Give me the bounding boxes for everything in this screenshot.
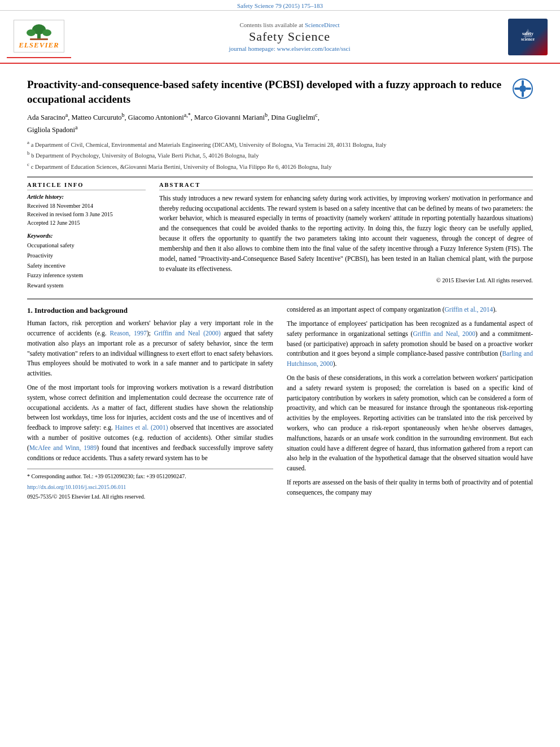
keywords-label: Keywords: <box>27 233 146 239</box>
griffin-neal-2000-link1[interactable]: Griffin and Neal (2000) <box>154 330 221 337</box>
doi-line[interactable]: http://dx.doi.org/10.1016/j.ssci.2015.06… <box>27 483 273 491</box>
affiliation-b: b b Department of Psychology, University… <box>27 150 533 160</box>
section1-para1: Human factors, risk perception and worke… <box>27 318 273 379</box>
crossmark-icon <box>513 78 533 99</box>
paper-title: Proactivity-and-consequence-based safety… <box>27 77 533 106</box>
journal-center-info: Contents lists available at ScienceDirec… <box>76 15 504 58</box>
affiliations-block: a a Department of Civil, Chemical, Envir… <box>27 139 533 171</box>
section1-para2: One of the most important tools for impr… <box>27 383 273 464</box>
footnote-area: * Corresponding author. Tel.: +39 051209… <box>27 469 273 501</box>
griffin-neal-2000-link2[interactable]: Griffin and Neal, 2000 <box>413 330 475 337</box>
section1-para6: If reports are assessed on the basis of … <box>287 478 533 498</box>
corresponding-author-note: * Corresponding author. Tel.: +39 051209… <box>27 472 273 480</box>
barling-hutchinson-link[interactable]: Barling and Hutchinson, 2000 <box>287 350 533 367</box>
elsevier-tree-icon <box>19 23 59 41</box>
affiliation-a: a a Department of Civil, Chemical, Envir… <box>27 139 533 149</box>
journal-homepage-url[interactable]: www.elsevier.com/locate/ssci <box>277 45 350 52</box>
svg-point-6 <box>519 85 526 92</box>
article-info-heading: Article Info <box>27 182 146 190</box>
keyword-1: Occupational safety <box>27 241 146 251</box>
keyword-5: Reward system <box>27 281 146 291</box>
journal-homepage-line: journal homepage: www.elsevier.com/locat… <box>229 45 351 52</box>
sciencedirect-link[interactable]: ScienceDirect <box>305 21 340 28</box>
journal-title: Safety Science <box>249 29 330 44</box>
received-date: Received 18 November 2014 <box>27 202 146 210</box>
elsevier-word: ELSEVIER <box>19 41 59 50</box>
contents-available-line: Contents lists available at ScienceDirec… <box>239 21 339 28</box>
article-info-abstract-section: Article Info Article history: Received 1… <box>27 177 533 291</box>
copyright-line: © 2015 Elsevier Ltd. All rights reserved… <box>159 277 533 283</box>
haines-2001-link[interactable]: Haines et al. (2001) <box>115 424 168 431</box>
left-column: Article Info Article history: Received 1… <box>27 182 146 291</box>
keyword-4: Fuzzy inference system <box>27 270 146 281</box>
abstract-column: Abstract This study introduces a new rew… <box>159 182 533 291</box>
section1-title: 1. Introduction and background <box>27 306 273 315</box>
section-divider <box>27 299 533 299</box>
reason-1997-link[interactable]: Reason, 1997 <box>110 330 147 337</box>
elsevier-logo-box: ELSEVIER <box>14 20 64 53</box>
keywords-block: Keywords: Occupational safety Proactivit… <box>27 233 146 291</box>
journal-ref-text: Safety Science 79 (2015) 175–183 <box>237 2 323 9</box>
received-revised-date: Received in revised form 3 June 2015 <box>27 210 146 219</box>
article-history-block: Article history: Received 18 November 20… <box>27 194 146 227</box>
body-left-column: 1. Introduction and background Human fac… <box>27 305 273 502</box>
svg-rect-8 <box>522 91 524 97</box>
section1-para3: considered as an important aspect of com… <box>287 305 533 315</box>
safety-science-badge: safetyscience <box>508 19 548 55</box>
affiliation-c: c c Department of Education Sciences, &G… <box>27 161 533 171</box>
journal-right-badge-area: safetyscience <box>508 15 553 58</box>
svg-rect-7 <box>522 80 524 86</box>
body-two-column: 1. Introduction and background Human fac… <box>27 305 533 502</box>
svg-rect-9 <box>514 88 520 90</box>
journal-reference-line: Safety Science 79 (2015) 175–183 <box>0 0 560 11</box>
mcafee-winn-link[interactable]: McAfee and Winn, 1989 <box>29 444 97 451</box>
keyword-3: Safety incentive <box>27 261 146 271</box>
authors-line: Ada Saracinoa, Matteo Curcurutob, Giacom… <box>27 111 533 136</box>
issn-line: 0925-7535/© 2015 Elsevier Ltd. All right… <box>27 492 273 501</box>
paper-body: Proactivity-and-consequence-based safety… <box>0 64 560 512</box>
svg-point-2 <box>27 29 36 36</box>
journal-header: ELSEVIER Contents lists available at Sci… <box>0 11 560 64</box>
svg-rect-10 <box>526 88 531 90</box>
body-right-column: considered as an important aspect of com… <box>287 305 533 502</box>
abstract-heading: Abstract <box>159 182 533 190</box>
elsevier-logo-area: ELSEVIER <box>7 15 71 58</box>
svg-point-3 <box>42 29 51 36</box>
svg-rect-4 <box>30 38 48 40</box>
accepted-date: Accepted 12 June 2015 <box>27 219 146 227</box>
section1-para4: The importance of employees' participati… <box>287 319 533 369</box>
griffin-2014-link[interactable]: Griffin et al., 2014 <box>445 306 493 313</box>
article-history-label: Article history: <box>27 194 146 200</box>
keyword-2: Proactivity <box>27 251 146 261</box>
section1-para5: On the basis of these considerations, in… <box>287 373 533 474</box>
abstract-text: This study introduces a new reward syste… <box>159 194 533 274</box>
